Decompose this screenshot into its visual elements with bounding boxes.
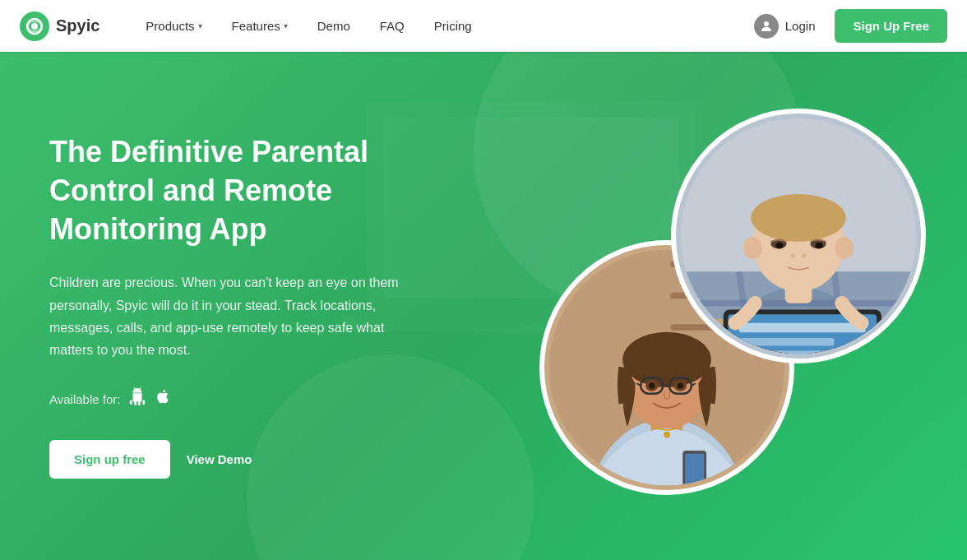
svg-point-41 xyxy=(751,194,845,242)
hero-image-child xyxy=(671,109,926,363)
navbar-right: Login Sign Up Free xyxy=(744,7,947,45)
nav-item-products[interactable]: Products ▾ xyxy=(132,12,215,39)
brand-name: Spyic xyxy=(56,16,99,35)
chevron-down-icon: ▾ xyxy=(284,21,288,30)
apple-icon xyxy=(155,388,171,410)
nav-menu: Products ▾ Features ▾ Demo FAQ Pricing xyxy=(132,12,743,39)
svg-point-49 xyxy=(802,253,807,258)
hero-images xyxy=(515,92,942,520)
user-icon xyxy=(754,14,779,39)
svg-point-26 xyxy=(677,382,683,389)
svg-point-47 xyxy=(815,243,823,249)
svg-point-43 xyxy=(835,237,854,259)
signup-free-button[interactable]: Sign Up Free xyxy=(835,9,947,43)
hero-signup-button[interactable]: Sign up free xyxy=(49,440,170,479)
chevron-down-icon: ▾ xyxy=(198,21,202,30)
android-icon xyxy=(128,387,146,410)
svg-point-3 xyxy=(764,21,769,26)
nav-item-pricing[interactable]: Pricing xyxy=(421,12,485,39)
hero-section: The Definitive Parental Control and Remo… xyxy=(0,52,967,560)
svg-point-42 xyxy=(743,237,762,259)
svg-point-46 xyxy=(775,243,784,249)
hero-title: The Definitive Parental Control and Remo… xyxy=(49,133,428,248)
hero-buttons: Sign up free View Demo xyxy=(49,440,428,479)
svg-point-2 xyxy=(31,23,38,30)
login-button[interactable]: Login xyxy=(744,7,826,45)
hero-demo-button[interactable]: View Demo xyxy=(187,442,252,477)
available-for-row: Available for: xyxy=(49,387,428,410)
svg-point-25 xyxy=(649,382,655,389)
brand-logo-icon xyxy=(20,12,49,41)
hero-description: Children are precious. When you can't ke… xyxy=(49,271,411,361)
svg-point-48 xyxy=(790,253,795,258)
nav-item-features[interactable]: Features ▾ xyxy=(219,12,301,39)
svg-point-27 xyxy=(664,432,670,438)
nav-item-demo[interactable]: Demo xyxy=(304,12,363,39)
brand[interactable]: Spyic xyxy=(20,12,99,41)
svg-rect-52 xyxy=(739,323,866,333)
svg-rect-29 xyxy=(685,454,704,485)
hero-content: The Definitive Parental Control and Remo… xyxy=(0,133,477,479)
nav-item-faq[interactable]: FAQ xyxy=(367,12,418,39)
navbar: Spyic Products ▾ Features ▾ Demo FAQ Pri… xyxy=(0,0,967,52)
svg-rect-53 xyxy=(739,338,834,346)
available-label: Available for: xyxy=(49,392,120,406)
